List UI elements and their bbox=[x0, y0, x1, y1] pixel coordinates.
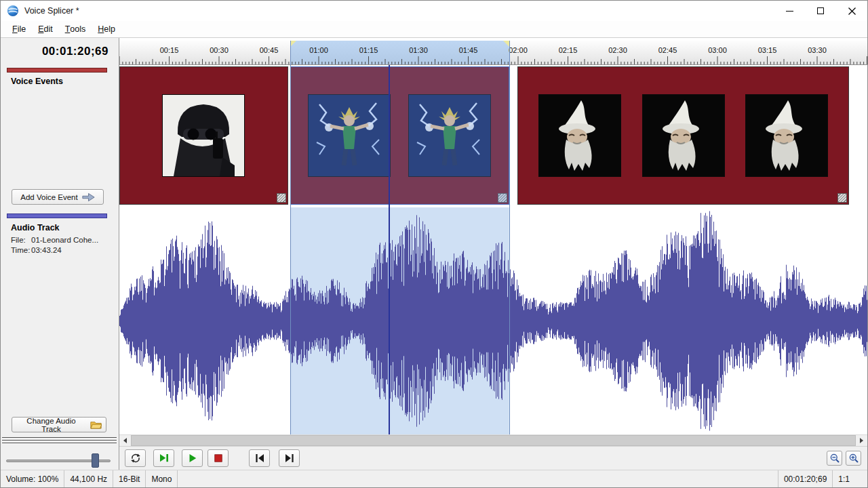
scroll-left-icon bbox=[123, 438, 127, 443]
play-pause-icon bbox=[158, 452, 170, 464]
audio-track-color-bar bbox=[7, 214, 107, 218]
ruler-ticks: 00:1500:3000:4501:0001:1501:3001:4502:00… bbox=[119, 41, 867, 65]
close-icon bbox=[848, 7, 856, 15]
play-pause-button[interactable] bbox=[153, 449, 174, 467]
svg-text:00:15: 00:15 bbox=[160, 46, 179, 54]
timeline-ruler[interactable]: 00:1500:3000:4501:0001:1501:3001:4502:00… bbox=[119, 38, 867, 65]
change-audio-track-label: Change Audio Track bbox=[16, 417, 86, 433]
folder-icon bbox=[90, 420, 102, 430]
stop-button[interactable] bbox=[208, 449, 229, 467]
skip-to-end-icon bbox=[283, 452, 296, 464]
clip-resize-grip[interactable] bbox=[837, 193, 847, 203]
time-label: Time: bbox=[11, 246, 31, 254]
voice-events-color-bar bbox=[7, 68, 107, 73]
voice-event-clip-2[interactable] bbox=[290, 66, 509, 205]
window-controls bbox=[774, 1, 867, 21]
clip-thumbnail-wizard bbox=[642, 94, 725, 177]
go-to-end-button[interactable] bbox=[279, 449, 300, 467]
voice-event-track bbox=[119, 65, 867, 207]
time-value: 03:43.24 bbox=[31, 246, 62, 254]
svg-text:00:30: 00:30 bbox=[210, 46, 229, 54]
scrollbar-thumb[interactable] bbox=[131, 435, 856, 446]
svg-text:03:30: 03:30 bbox=[808, 46, 827, 54]
svg-text:01:15: 01:15 bbox=[359, 46, 378, 54]
svg-text:01:30: 01:30 bbox=[409, 46, 428, 54]
menu-bar: FileEditToolsHelp bbox=[1, 21, 867, 38]
svg-text:01:00: 01:00 bbox=[309, 46, 328, 54]
svg-text:02:30: 02:30 bbox=[608, 46, 627, 54]
audio-track-heading: Audio Track bbox=[11, 223, 60, 232]
zoom-in-icon bbox=[848, 453, 859, 464]
zoom-out-button[interactable] bbox=[827, 451, 842, 466]
status-zoom-ratio: 1:1 bbox=[832, 470, 867, 487]
menu-file[interactable]: File bbox=[6, 21, 32, 37]
horizontal-scrollbar[interactable] bbox=[119, 434, 867, 446]
menu-help[interactable]: Help bbox=[92, 21, 121, 37]
voice-event-clip-1[interactable] bbox=[119, 66, 288, 205]
svg-text:01:45: 01:45 bbox=[459, 46, 478, 54]
clip-resize-grip[interactable] bbox=[498, 193, 507, 203]
status-volume: Volume: 100% bbox=[1, 470, 64, 487]
play-icon bbox=[186, 452, 199, 464]
clip-thumbnail-masked-operator bbox=[162, 94, 245, 177]
file-value: 01-Leonard Cohe... bbox=[31, 236, 98, 244]
scroll-right-button[interactable] bbox=[856, 435, 867, 446]
loop-button[interactable] bbox=[125, 449, 146, 467]
add-voice-event-label: Add Voice Event bbox=[20, 193, 77, 201]
status-bit-depth: 16-Bit bbox=[113, 470, 146, 487]
status-position: 00:01:20;69 bbox=[778, 470, 832, 487]
svg-text:03:15: 03:15 bbox=[758, 46, 777, 54]
audio-time-row: Time: 03:43.24 bbox=[11, 246, 115, 254]
audio-file-row: File: 01-Leonard Cohe... bbox=[11, 236, 115, 244]
selection-start-handle[interactable] bbox=[290, 41, 296, 47]
arrow-right-icon bbox=[82, 192, 95, 202]
svg-text:02:15: 02:15 bbox=[559, 46, 578, 54]
svg-text:02:45: 02:45 bbox=[658, 46, 677, 54]
maximize-icon bbox=[817, 7, 824, 14]
menu-tools[interactable]: Tools bbox=[59, 21, 92, 37]
zoom-in-button[interactable] bbox=[846, 451, 861, 466]
scroll-left-button[interactable] bbox=[119, 435, 131, 446]
clip-thumbnail-lightning-character bbox=[308, 94, 391, 177]
status-channels: Mono bbox=[146, 470, 178, 487]
timeline-area: 00:1500:3000:4501:0001:1501:3001:4502:00… bbox=[119, 38, 867, 470]
app-window: Voice Splicer * FileEditToolsHelp 00:01:… bbox=[0, 0, 868, 488]
svg-text:00:45: 00:45 bbox=[260, 46, 279, 54]
panel-splitter-grip[interactable] bbox=[2, 437, 117, 445]
volume-slider-handle[interactable] bbox=[92, 453, 99, 468]
minimize-button[interactable] bbox=[774, 1, 805, 21]
menu-edit[interactable]: Edit bbox=[32, 21, 59, 37]
clip-thumbnail-lightning-character bbox=[408, 94, 491, 177]
loop-icon bbox=[130, 452, 142, 464]
file-label: File: bbox=[11, 236, 31, 244]
change-audio-track-button[interactable]: Change Audio Track bbox=[12, 417, 106, 432]
minimize-icon bbox=[786, 11, 793, 12]
add-voice-event-button[interactable]: Add Voice Event bbox=[12, 189, 104, 205]
voice-event-clip-3[interactable] bbox=[517, 66, 849, 205]
window-title: Voice Splicer * bbox=[24, 6, 79, 16]
title-bar[interactable]: Voice Splicer * bbox=[1, 1, 867, 21]
skip-to-start-icon bbox=[254, 452, 266, 464]
app-icon bbox=[7, 5, 19, 17]
stop-icon bbox=[212, 452, 224, 464]
audio-waveform[interactable] bbox=[119, 207, 867, 434]
svg-text:03:00: 03:00 bbox=[708, 46, 727, 54]
clip-resize-grip[interactable] bbox=[277, 193, 286, 203]
selection-end-handle[interactable] bbox=[503, 41, 509, 47]
status-bar: Volume: 100% 44,100 Hz 16-Bit Mono 00:01… bbox=[1, 470, 867, 487]
go-to-start-button[interactable] bbox=[249, 449, 270, 467]
clip-thumbnail-wizard bbox=[538, 94, 621, 177]
zoom-out-icon bbox=[829, 453, 840, 464]
close-button[interactable] bbox=[836, 1, 867, 21]
sidebar: 00:01:20;69 Voice Events Add Voice Event… bbox=[1, 38, 119, 470]
play-button[interactable] bbox=[182, 449, 203, 467]
voice-events-heading: Voice Events bbox=[11, 77, 63, 86]
clip-thumbnail-wizard bbox=[745, 94, 828, 177]
svg-text:02:00: 02:00 bbox=[509, 46, 528, 54]
scroll-right-icon bbox=[860, 438, 863, 443]
maximize-button[interactable] bbox=[805, 1, 836, 21]
transport-bar bbox=[119, 446, 867, 470]
waveform-panel[interactable] bbox=[119, 207, 867, 434]
timecode-display: 00:01:20;69 bbox=[1, 45, 108, 58]
status-sample-rate: 44,100 Hz bbox=[64, 470, 113, 487]
